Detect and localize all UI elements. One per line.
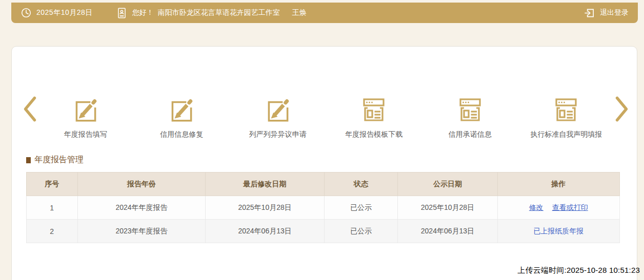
shortcut-credit-repair[interactable]: 信用信息修复: [134, 88, 230, 139]
col-header-status: 状态: [324, 173, 397, 196]
cell-status: 已公示: [324, 220, 397, 243]
date-group: 2025年10月28日: [21, 7, 93, 18]
logout-label: 退出登录: [600, 8, 629, 17]
shortcut-label: 年度报告模板下载: [345, 130, 402, 139]
shortcut-annual-report-fill[interactable]: 年度报告填写: [37, 88, 134, 139]
logout-icon: [583, 7, 595, 19]
main-panel: 年度报告填写 信用信息修复: [11, 46, 637, 280]
section-header: 年度报告管理: [26, 155, 637, 165]
cell-modified: 2025年10月28日: [206, 196, 324, 220]
shortcut-objection-apply[interactable]: 列严列异异议申请: [230, 88, 326, 139]
chevron-left-icon[interactable]: [22, 95, 37, 123]
table-row: 2 2023年年度报告 2024年06月13日 已公示 2024年06月13日 …: [27, 220, 620, 243]
current-date: 2025年10月28日: [36, 8, 93, 17]
table-row: 1 2024年年度报告 2025年10月28日 已公示 2025年10月28日 …: [27, 196, 620, 220]
col-header-year: 报告年份: [77, 173, 206, 196]
cell-index: 1: [27, 196, 78, 220]
id-badge-icon: [116, 7, 127, 19]
shortcut-credit-commitment[interactable]: 信用承诺信息: [422, 88, 518, 139]
org-name: 南阳市卧龙区花言草语花卉园艺工作室: [158, 8, 280, 17]
col-header-index: 序号: [27, 173, 78, 196]
edit-icon: [71, 88, 100, 124]
upload-cloud-timestamp: 上传云端时间:2025-10-28 10:51:23: [517, 266, 640, 275]
edit-icon: [263, 88, 293, 124]
clock-icon: [21, 7, 32, 18]
shortcut-label: 列严列异异议申请: [249, 130, 307, 139]
cell-index: 2: [27, 220, 78, 243]
cell-modified: 2024年06月13日: [206, 220, 324, 243]
cell-publish: 2024年06月13日: [398, 220, 497, 243]
view-print-link[interactable]: 查看或打印: [552, 203, 588, 211]
col-header-publish: 公示日期: [398, 173, 497, 196]
doc-icon: [359, 88, 388, 124]
doc-icon: [552, 88, 580, 124]
shortcut-standard-declaration[interactable]: 执行标准自我声明填报: [518, 88, 615, 139]
chevron-right-icon[interactable]: [614, 95, 630, 123]
shortcut-label: 执行标准自我声明填报: [530, 130, 602, 139]
cell-publish: 2025年10月28日: [398, 196, 497, 220]
shortcut-label: 信用承诺信息: [449, 130, 492, 139]
top-bar: 2025年10月28日 您好！ 南阳市卧龙区花言草语花卉园艺工作室 王焕 退出登…: [11, 3, 638, 23]
cell-year: 2023年年度报告: [77, 220, 206, 243]
cell-status: 已公示: [324, 196, 397, 220]
cell-year: 2024年年度报告: [77, 196, 206, 220]
carousel-items: 年度报告填写 信用信息修复: [37, 88, 614, 139]
shortcut-label: 信用信息修复: [160, 130, 203, 139]
col-header-actions: 操作: [497, 173, 619, 196]
cell-actions: 已上报纸质年报: [497, 220, 619, 243]
section-title: 年度报告管理: [34, 155, 84, 165]
user-name: 王焕: [292, 8, 307, 17]
edit-icon: [167, 88, 196, 124]
doc-icon: [456, 88, 485, 124]
table-header-row: 序号 报告年份 最后修改日期 状态 公示日期 操作: [27, 173, 620, 196]
shortcut-label: 年度报告填写: [64, 130, 107, 139]
greeting-text: 您好！: [132, 8, 154, 17]
user-group: 您好！ 南阳市卧龙区花言草语花卉园艺工作室 王焕: [93, 7, 307, 19]
modify-link[interactable]: 修改: [529, 203, 544, 211]
annual-report-table: 序号 报告年份 最后修改日期 状态 公示日期 操作 1 2024年年度报告 20…: [26, 172, 620, 243]
shortcut-template-download[interactable]: 年度报告模板下载: [326, 88, 422, 139]
col-header-modified: 最后修改日期: [206, 173, 324, 196]
section-bullet-icon: [26, 157, 31, 163]
shortcut-carousel: 年度报告填写 信用信息修复: [12, 47, 637, 139]
logout-button[interactable]: 退出登录: [583, 7, 629, 19]
paper-report-submitted-text[interactable]: 已上报纸质年报: [533, 227, 583, 235]
cell-actions: 修改 查看或打印: [497, 196, 619, 220]
